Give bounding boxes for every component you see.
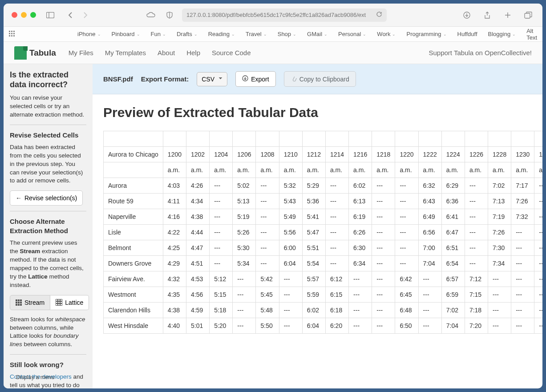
table-cell: Aurora to Chicago xyxy=(104,147,163,162)
table-cell: --- xyxy=(395,225,418,240)
table-cell: 7:04 xyxy=(418,256,441,271)
sidebar-toggle-icon[interactable] xyxy=(44,9,57,21)
table-cell: --- xyxy=(372,178,395,194)
table-cell: Clarendon Hills xyxy=(104,303,163,318)
table-cell: 6:00 xyxy=(279,240,302,256)
sidebar-text: You can revise your selected cells or tr… xyxy=(10,94,86,119)
nav-link[interactable]: My Templates xyxy=(105,49,146,57)
table-row: Westmont4:354:565:15---5:45---5:596:15--… xyxy=(104,287,543,303)
table-cell: --- xyxy=(210,209,233,225)
table-cell: Naperville xyxy=(104,209,163,225)
table-cell: 5:54 xyxy=(302,256,325,271)
forward-button[interactable] xyxy=(79,9,91,21)
share-icon[interactable] xyxy=(481,9,493,21)
table-cell: --- xyxy=(372,240,395,256)
bookmark-item[interactable]: Blogging⌄ xyxy=(488,28,516,41)
export-button[interactable]: Export xyxy=(235,71,275,87)
table-cell: --- xyxy=(488,318,511,334)
bookmark-item[interactable]: Travel⌄ xyxy=(246,28,267,41)
table-cell: --- xyxy=(349,287,372,303)
preview-heading: Preview of Extracted Tabular Data xyxy=(103,105,532,120)
nav-link[interactable]: Source Code xyxy=(212,49,251,57)
table-cell: 1208 xyxy=(256,147,279,162)
download-icon[interactable] xyxy=(461,9,473,21)
back-button[interactable] xyxy=(65,9,77,21)
logo-icon xyxy=(14,46,27,60)
new-tab-icon[interactable] xyxy=(502,9,514,21)
table-cell: 4:40 xyxy=(163,318,186,334)
table-cell: 5:42 xyxy=(256,271,279,287)
tabula-logo[interactable]: Tabula xyxy=(14,46,56,60)
nav-link[interactable]: Help xyxy=(186,49,200,57)
stream-icon xyxy=(16,299,22,306)
table-cell: --- xyxy=(372,271,395,287)
bookmark-item[interactable]: Fun⌄ xyxy=(151,28,166,41)
table-cell: 5:30 xyxy=(233,240,256,256)
table-cell: 7:12 xyxy=(465,271,488,287)
table-cell: 6:20 xyxy=(325,318,348,334)
table-cell: 6:50 xyxy=(395,318,418,334)
bookmark-item[interactable]: Huffduff xyxy=(457,28,477,41)
table-cell: 4:38 xyxy=(186,209,210,225)
url-bar[interactable]: 127.0.0.1:8080/pdf/bebfcb5e615dc17c9fc5e… xyxy=(182,8,387,22)
table-cell: 5:12 xyxy=(210,271,233,287)
bookmark-item[interactable]: Alt Text xyxy=(526,28,537,41)
table-cell: 1200 xyxy=(163,147,186,162)
copy-clipboard-button[interactable]: Copy to Clipboard xyxy=(284,71,356,87)
table-cell: a.m. xyxy=(210,162,233,178)
nav-link[interactable]: My Files xyxy=(69,49,93,57)
table-cell: --- xyxy=(372,209,395,225)
apps-icon[interactable] xyxy=(9,31,15,38)
table-cell: a.m. xyxy=(256,162,279,178)
table-cell: a.m. xyxy=(279,162,302,178)
reload-icon[interactable] xyxy=(376,11,382,19)
table-cell: a.m. xyxy=(163,162,186,178)
table-cell: 6:34 xyxy=(349,256,372,271)
table-cell: --- xyxy=(511,256,534,271)
table-cell: a.m. xyxy=(302,162,325,178)
table-cell: 4:51 xyxy=(186,256,210,271)
table-cell: 4:29 xyxy=(163,256,186,271)
maximize-window[interactable] xyxy=(30,12,36,18)
browser-titlebar: 127.0.0.1:8080/pdf/bebfcb5e615dc17c9fc5e… xyxy=(4,4,542,27)
export-format-select[interactable]: CSV xyxy=(197,72,227,86)
svg-rect-3 xyxy=(525,13,530,18)
bookmark-item[interactable]: Work⌄ xyxy=(377,28,396,41)
table-cell xyxy=(210,131,233,147)
close-window[interactable] xyxy=(12,12,17,18)
nav-link[interactable]: About xyxy=(158,49,175,57)
tabs-icon[interactable] xyxy=(522,9,534,21)
lattice-method-button[interactable]: Lattice xyxy=(50,295,89,310)
sidebar-heading-method: Choose Alternate Extraction Method xyxy=(10,217,86,235)
bookmark-item[interactable]: Reading⌄ xyxy=(208,28,235,41)
bookmark-item[interactable]: Shop⌄ xyxy=(278,28,296,41)
revise-selections-button[interactable]: ← Revise selection(s) xyxy=(10,190,83,206)
stream-method-button[interactable]: Stream xyxy=(10,295,50,310)
table-cell: 4:53 xyxy=(186,271,210,287)
table-cell: --- xyxy=(349,271,372,287)
cloud-icon[interactable] xyxy=(145,9,157,21)
bookmark-item[interactable]: Pinboard⌄ xyxy=(112,28,140,41)
table-cell: --- xyxy=(534,256,542,271)
bookmark-item[interactable]: Drafts⌄ xyxy=(177,28,198,41)
table-cell: 6:36 xyxy=(441,194,465,209)
export-toolbar: BNSF.pdf Export Format: CSV Export Copy … xyxy=(93,64,542,94)
support-link[interactable]: Support Tabula on OpenCollective! xyxy=(429,49,532,57)
table-cell: a.m. xyxy=(186,162,210,178)
shield-icon[interactable] xyxy=(163,9,176,21)
table-cell: --- xyxy=(418,318,441,334)
table-cell: 5:57 xyxy=(302,271,325,287)
table-cell: 5:36 xyxy=(302,194,325,209)
table-cell: 5:20 xyxy=(210,318,233,334)
bookmark-item[interactable]: Programming⌄ xyxy=(406,28,446,41)
table-cell: --- xyxy=(372,287,395,303)
table-row: West Hinsdale4:405:015:20---5:50---6:046… xyxy=(104,318,543,334)
bookmark-item[interactable]: GMail⌄ xyxy=(307,28,328,41)
bookmark-item[interactable]: iPhone⌄ xyxy=(77,28,101,41)
table-cell: 4:16 xyxy=(163,209,186,225)
minimize-window[interactable] xyxy=(21,12,27,18)
bookmark-item[interactable]: Personal⌄ xyxy=(338,28,366,41)
table-cell: --- xyxy=(372,256,395,271)
table-cell: --- xyxy=(210,194,233,209)
table-cell: Fairview Ave. xyxy=(104,271,163,287)
